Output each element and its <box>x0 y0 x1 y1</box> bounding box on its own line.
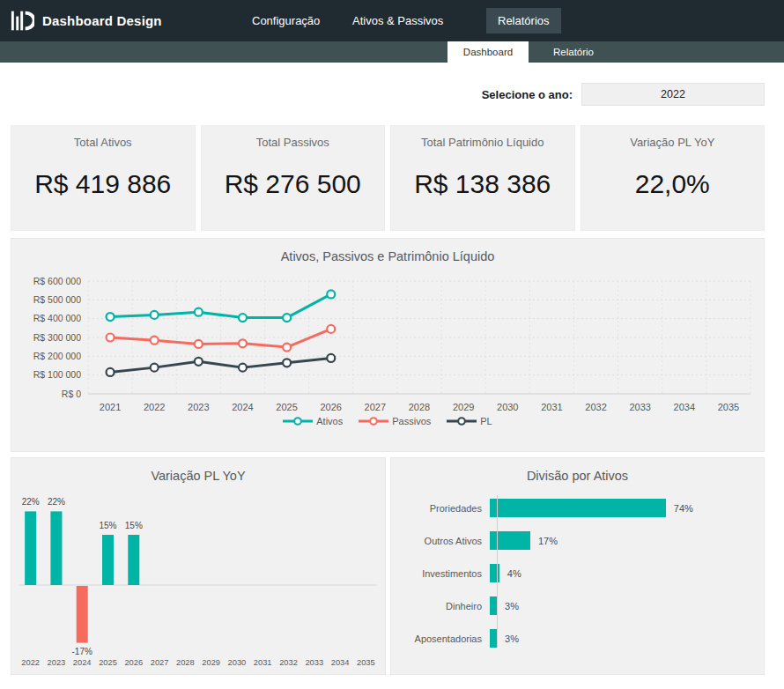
legend-marker-icon <box>447 417 477 426</box>
brand-logo-icon <box>11 9 34 33</box>
hbar-row: Proriedades74% <box>402 492 764 524</box>
kpi-value: 22,0% <box>581 169 765 199</box>
bar-value-label: 22% <box>48 497 65 507</box>
line-series-ativos <box>110 294 331 318</box>
data-point-ativos <box>195 308 203 316</box>
data-point-pl <box>283 359 291 367</box>
nav-item-configuracao[interactable]: Configuração <box>252 0 320 41</box>
x-axis-tick-label: 2034 <box>331 658 350 667</box>
x-axis-tick-label: 2025 <box>99 658 117 667</box>
year-selector-label: Selecione o ano: <box>482 88 573 101</box>
bar-value-label: 15% <box>99 521 116 530</box>
hbar-category-label: Proriedades <box>402 503 490 514</box>
hbar-row: Dinheiro3% <box>402 589 764 622</box>
legend-item-pl: PL <box>447 416 492 426</box>
legend-item-passivos: Passivos <box>359 416 431 426</box>
year-selector-field[interactable]: 2022 <box>581 83 765 106</box>
data-point-passivos <box>151 337 159 344</box>
y-axis-tick-label: R$ 500 000 <box>33 294 81 305</box>
kpi-card-total-passivos: Total Passivos R$ 276 500 <box>201 125 386 231</box>
x-axis-tick-label: 2029 <box>453 402 474 412</box>
tab-relatorio[interactable]: Relatório <box>534 41 613 63</box>
brand-title: Dashboard Design <box>42 13 162 28</box>
hbar-bar <box>490 629 497 648</box>
kpi-card-patrimonio-liquido: Total Patrimônio Líquido R$ 138 386 <box>390 125 575 231</box>
x-axis-tick-label: 2027 <box>151 658 169 667</box>
bar-chart-panel: Variação PL YoY 22%202222%2023-17%202415… <box>11 457 386 675</box>
hbar-chart-panel: Divisão por Ativos Proriedades74%Outros … <box>390 457 765 675</box>
line-chart-title: Ativos, Passivos e Patrimônio Líquido <box>11 239 764 263</box>
x-axis-tick-label: 2033 <box>629 402 650 412</box>
x-axis-tick-label: 2026 <box>124 658 143 667</box>
x-axis-tick-label: 2031 <box>541 402 562 412</box>
data-point-passivos <box>107 334 115 342</box>
kpi-value: R$ 419 886 <box>11 169 195 199</box>
kpi-title: Total Passivos <box>202 136 385 149</box>
bar <box>77 586 88 643</box>
line-series-passivos <box>110 329 331 347</box>
data-point-pl <box>327 354 335 362</box>
bar <box>102 535 114 585</box>
kpi-value: R$ 276 500 <box>202 169 385 199</box>
hbar-bar <box>490 499 666 517</box>
y-axis-tick-label: R$ 200 000 <box>33 351 81 361</box>
legend-label: PL <box>480 416 492 426</box>
hbar-row: Investimentos4% <box>402 557 764 589</box>
top-navbar: Dashboard Design Configuração Ativos & P… <box>0 0 784 41</box>
kpi-value: R$ 138 386 <box>391 169 574 199</box>
x-axis-tick-label: 2021 <box>100 402 121 412</box>
hbar-category-label: Investimentos <box>402 568 490 579</box>
x-axis-tick-label: 2031 <box>254 658 272 667</box>
legend-marker-icon <box>359 417 388 426</box>
hbar-value-label: 3% <box>505 633 519 644</box>
x-axis-tick-label: 2030 <box>228 658 247 667</box>
hbar-bar <box>490 564 499 582</box>
legend-label: Ativos <box>316 416 343 426</box>
data-point-ativos <box>239 314 247 322</box>
x-axis-tick-label: 2029 <box>202 658 220 667</box>
x-axis-tick-label: 2023 <box>48 658 66 667</box>
x-axis-tick-label: 2035 <box>357 658 375 667</box>
bottom-charts-row: Variação PL YoY 22%202222%2023-17%202415… <box>11 457 784 675</box>
data-point-passivos <box>327 325 335 333</box>
x-axis-tick-label: 2032 <box>585 402 606 412</box>
bar <box>50 511 62 585</box>
x-axis-tick-label: 2024 <box>73 658 92 667</box>
data-point-ativos <box>283 314 291 322</box>
hbar-category-label: Aposentadorias <box>402 633 490 644</box>
x-axis-tick-label: 2027 <box>365 402 386 412</box>
hbar-row: Aposentadorias3% <box>402 622 764 655</box>
x-axis-tick-label: 2022 <box>144 402 165 412</box>
bar-value-label: -17% <box>72 647 92 656</box>
bar-value-label: 22% <box>22 497 40 507</box>
x-axis-tick-label: 2024 <box>232 402 253 412</box>
hbar-chart: Proriedades74%Outros Ativos17%Investimen… <box>391 492 764 655</box>
hbar-category-label: Outros Ativos <box>402 536 490 546</box>
y-axis-tick-label: R$ 400 000 <box>33 313 81 323</box>
line-chart-legend: AtivosPassivosPL <box>11 416 764 426</box>
nav-item-relatorios[interactable]: Relatórios <box>486 8 561 33</box>
tab-bar: Dashboard Relatório <box>0 41 784 63</box>
data-point-pl <box>239 364 247 372</box>
hbar-value-label: 17% <box>538 536 558 546</box>
hbar-row: Outros Ativos17% <box>402 524 764 557</box>
line-chart-panel: Ativos, Passivos e Patrimônio Líquido R$… <box>11 238 765 452</box>
kpi-card-total-ativos: Total Ativos R$ 419 886 <box>11 125 196 231</box>
nav-item-ativos-passivos[interactable]: Ativos & Passivos <box>352 0 443 41</box>
x-axis-tick-label: 2025 <box>276 402 297 412</box>
kpi-row: Total Ativos R$ 419 886 Total Passivos R… <box>11 125 765 231</box>
data-point-ativos <box>151 311 159 319</box>
data-point-ativos <box>327 290 335 298</box>
bar-value-label: 15% <box>125 521 143 530</box>
kpi-card-variacao-pl: Variação PL YoY 22,0% <box>581 125 766 231</box>
y-axis-tick-label: R$ 0 <box>62 389 81 399</box>
year-selector-row: Selecione o ano: 2022 <box>0 83 765 106</box>
data-point-pl <box>151 364 159 372</box>
hbar-value-label: 74% <box>674 503 693 514</box>
data-point-passivos <box>283 344 291 352</box>
bar <box>25 511 36 585</box>
kpi-title: Total Ativos <box>11 136 195 149</box>
hbar-bar <box>490 531 530 550</box>
x-axis-tick-label: 2033 <box>305 658 323 667</box>
tab-dashboard[interactable]: Dashboard <box>447 41 529 63</box>
